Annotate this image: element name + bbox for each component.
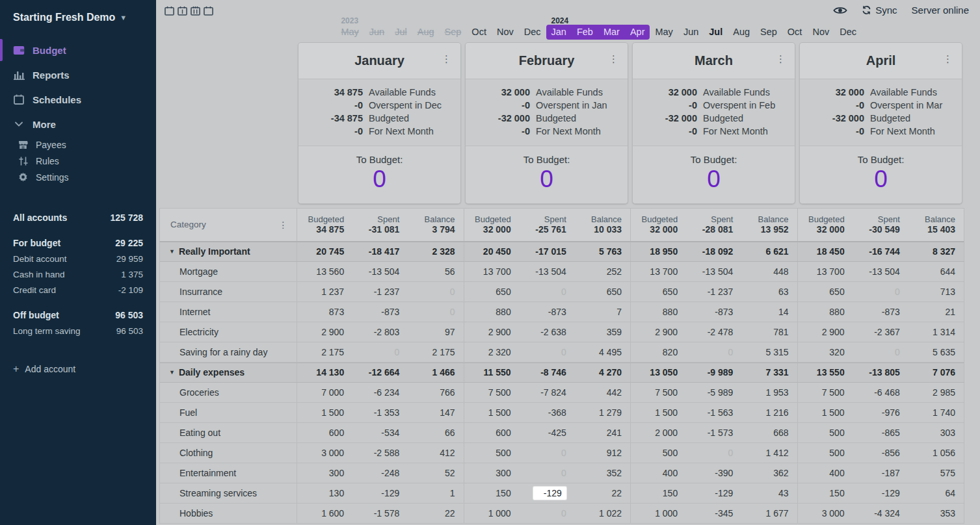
- budgeted-cell[interactable]: 600: [464, 423, 520, 442]
- budget-file-selector[interactable]: Starting Fresh Demo ▼: [0, 12, 156, 23]
- balance-cell[interactable]: 5 635: [908, 342, 964, 362]
- balance-cell[interactable]: 2 175: [408, 342, 463, 362]
- budgeted-cell[interactable]: 3 000: [297, 443, 352, 463]
- spent-cell[interactable]: 0: [520, 504, 575, 523]
- budgeted-cell[interactable]: 11 550: [464, 363, 520, 382]
- budgeted-cell[interactable]: 300: [297, 463, 352, 483]
- spent-cell[interactable]: -2 588: [352, 443, 408, 463]
- balance-cell[interactable]: 1 412: [741, 443, 797, 463]
- category-name-cell[interactable]: Internet: [160, 302, 297, 322]
- balance-cell[interactable]: 1: [408, 483, 463, 503]
- sidebar-item-settings[interactable]: Settings: [5, 169, 156, 185]
- spent-cell[interactable]: -1 573: [686, 423, 741, 442]
- budgeted-cell[interactable]: 1 500: [631, 403, 686, 422]
- spent-cell[interactable]: -129: [520, 483, 575, 503]
- balance-cell[interactable]: 668: [741, 423, 797, 442]
- budgeted-cell[interactable]: 400: [798, 463, 853, 483]
- spent-cell[interactable]: 0: [352, 342, 408, 362]
- budgeted-cell[interactable]: 820: [631, 342, 686, 362]
- two-month-view-icon[interactable]: [178, 6, 187, 16]
- spent-cell[interactable]: -6 234: [352, 383, 408, 402]
- category-name-cell[interactable]: Eating out: [160, 423, 297, 442]
- timeline-month-feb[interactable]: Feb: [572, 25, 598, 40]
- spent-cell[interactable]: -1 578: [352, 504, 408, 523]
- category-name-cell[interactable]: Hobbies: [160, 504, 297, 523]
- timeline-month-oct[interactable]: Oct: [782, 25, 808, 40]
- spent-cell[interactable]: -873: [520, 302, 575, 322]
- balance-cell[interactable]: 252: [575, 262, 630, 281]
- balance-cell[interactable]: 912: [575, 443, 630, 463]
- account-row[interactable]: All accounts125 728: [13, 210, 143, 225]
- spent-cell[interactable]: -5 989: [686, 383, 741, 402]
- budgeted-cell[interactable]: 320: [798, 342, 853, 362]
- balance-cell[interactable]: 21: [908, 302, 964, 322]
- timeline-month-aug[interactable]: Aug: [728, 25, 755, 40]
- account-row[interactable]: Cash in hand1 375: [13, 266, 143, 282]
- account-row[interactable]: Credit card-2 109: [13, 282, 143, 298]
- sidebar-item-schedules[interactable]: Schedules: [0, 87, 156, 112]
- spent-cell[interactable]: -1 353: [352, 403, 408, 422]
- spent-cell[interactable]: 0: [520, 463, 575, 483]
- balance-cell[interactable]: 2 328: [408, 242, 463, 261]
- balance-cell[interactable]: 1 953: [741, 383, 797, 402]
- category-name-cell[interactable]: Mortgage: [160, 262, 297, 281]
- balance-cell[interactable]: 52: [408, 463, 463, 483]
- budgeted-cell[interactable]: 2 900: [631, 322, 686, 342]
- one-month-view-icon[interactable]: [165, 6, 174, 16]
- timeline-month-nov[interactable]: Nov: [807, 25, 834, 40]
- budgeted-cell[interactable]: 7 500: [631, 383, 686, 402]
- timeline-month-jun[interactable]: Jun: [364, 25, 390, 40]
- spent-cell[interactable]: -9 989: [686, 363, 741, 382]
- category-name-cell[interactable]: Fuel: [160, 403, 297, 422]
- spent-cell[interactable]: -976: [853, 403, 908, 422]
- budgeted-cell[interactable]: 500: [464, 443, 520, 463]
- budgeted-cell[interactable]: 13 700: [798, 262, 853, 281]
- category-name-cell[interactable]: Insurrance: [160, 282, 297, 301]
- spent-cell[interactable]: -187: [853, 463, 908, 483]
- spent-cell[interactable]: -13 504: [686, 262, 741, 281]
- balance-cell[interactable]: 766: [408, 383, 463, 402]
- spent-cell[interactable]: -873: [853, 302, 908, 322]
- balance-cell[interactable]: 4 270: [575, 363, 630, 382]
- spent-cell[interactable]: 0: [853, 282, 908, 301]
- month-menu-icon[interactable]: ⋮: [776, 53, 786, 65]
- balance-cell[interactable]: 1 216: [741, 403, 797, 422]
- sidebar-item-budget[interactable]: Budget: [0, 38, 156, 62]
- budgeted-cell[interactable]: 650: [631, 282, 686, 301]
- spent-cell[interactable]: -2 478: [686, 322, 741, 342]
- budgeted-cell[interactable]: 14 130: [297, 363, 352, 382]
- month-menu-icon[interactable]: ⋮: [442, 53, 451, 65]
- timeline-month-apr[interactable]: Apr: [625, 25, 650, 40]
- category-name-cell[interactable]: Clothing: [160, 443, 297, 463]
- spent-cell[interactable]: -129: [853, 483, 908, 503]
- collapse-triangle-icon[interactable]: ▼: [169, 248, 175, 255]
- balance-cell[interactable]: 8 327: [908, 242, 964, 261]
- balance-cell[interactable]: 442: [575, 383, 630, 402]
- budgeted-cell[interactable]: 2 900: [464, 322, 520, 342]
- spent-cell[interactable]: -12 664: [352, 363, 408, 382]
- timeline-month-dec[interactable]: Dec: [519, 25, 546, 40]
- budgeted-cell[interactable]: 500: [798, 443, 853, 463]
- spent-cell[interactable]: 0: [686, 342, 741, 362]
- category-name-cell[interactable]: ▼Really Important: [160, 242, 297, 261]
- spent-cell[interactable]: -2 803: [352, 322, 408, 342]
- balance-cell[interactable]: 575: [908, 463, 964, 483]
- balance-cell[interactable]: 448: [741, 262, 797, 281]
- balance-cell[interactable]: 362: [741, 463, 797, 483]
- budgeted-cell[interactable]: 1 600: [297, 504, 352, 523]
- balance-cell[interactable]: 97: [408, 322, 463, 342]
- balance-cell[interactable]: 2 985: [908, 383, 964, 402]
- spent-cell[interactable]: -13 504: [520, 262, 575, 281]
- account-row[interactable]: For budget29 225: [13, 235, 143, 251]
- balance-cell[interactable]: 1 466: [408, 363, 463, 382]
- month-menu-icon[interactable]: ⋮: [609, 53, 618, 65]
- budgeted-cell[interactable]: 3 000: [798, 504, 853, 523]
- spent-cell[interactable]: -425: [520, 423, 575, 442]
- balance-cell[interactable]: 352: [575, 463, 630, 483]
- to-budget-amount[interactable]: 0: [298, 166, 460, 193]
- balance-cell[interactable]: 1 056: [908, 443, 964, 463]
- budgeted-cell[interactable]: 873: [297, 302, 352, 322]
- spent-cell[interactable]: -2 638: [520, 322, 575, 342]
- month-menu-icon[interactable]: ⋮: [943, 53, 953, 65]
- balance-cell[interactable]: 0: [408, 282, 463, 301]
